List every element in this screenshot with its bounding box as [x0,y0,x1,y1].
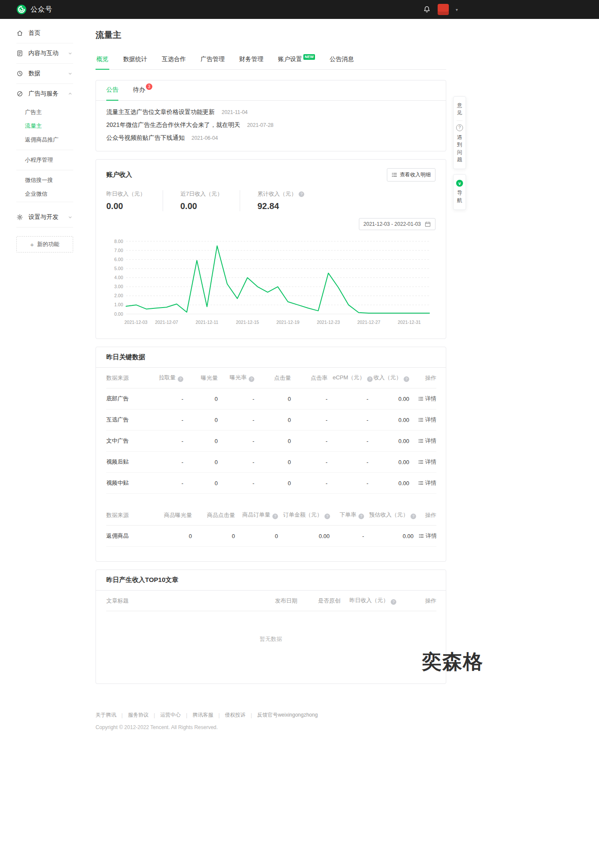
svg-text:2021-12-07: 2021-12-07 [155,320,178,325]
cell-value: - [149,388,186,409]
column-header: 点击量 [257,368,293,388]
detail-link[interactable]: 详情 [419,532,437,540]
feedback-button[interactable]: 意见 [457,101,463,118]
stat-value: 0.00 [180,201,222,211]
help-icon[interactable]: ? [299,191,304,197]
tab-mutual-selection[interactable]: 互选合作 [161,51,187,69]
svg-text:8.00: 8.00 [114,239,124,244]
tab-account-settings[interactable]: 账户设置NEW [277,51,316,69]
footer-link[interactable]: 服务协议 [128,711,148,719]
announcement-date: 2021-07-28 [247,122,273,128]
new-feature-button[interactable]: + 新的功能 [16,236,73,252]
detail-link[interactable]: 详情 [418,437,436,445]
sidebar-item-home[interactable]: 首页 [0,23,79,43]
column-header: 发布日期 [255,591,300,611]
detail-link[interactable]: 详情 [418,395,436,403]
help-icon[interactable]: ? [358,514,364,519]
feedback-label: 意见 [457,102,463,117]
top10-table: 文章标题发布日期是否原创昨日收入（元）?操作 [106,591,436,611]
announcement-item[interactable]: 2021年微信广告生态合作伙伴大会来了，就在明天 2021-07-28 [106,119,435,132]
row-label: 视频中贴 [106,473,149,494]
brand-label: 公众号 [31,5,52,14]
footer-link[interactable]: 运营中心 [160,711,181,719]
avatar[interactable] [438,4,449,15]
notification-bell-icon[interactable] [423,6,431,13]
help-icon[interactable]: ? [249,376,254,382]
sidebar-subitem-traffic-owner[interactable]: 流量主 [0,119,79,133]
announcement-item[interactable]: 公众号视频前贴广告下线通知 2021-06-04 [106,132,435,145]
svg-text:2021-12-11: 2021-12-11 [196,320,219,325]
tab-announcement[interactable]: 公告 [106,80,118,101]
column-header: 预估收入（元）? [367,505,416,526]
row-label: 互选广告 [106,409,149,431]
footer-link[interactable]: 侵权投诉 [225,711,246,719]
question-icon: ? [456,124,463,131]
page-title: 流量主 [96,29,446,41]
card-title: 昨日关键数据 [96,347,446,368]
sidebar-item-content-interaction[interactable]: 内容与互动 [0,43,79,63]
cell-value: - [220,473,257,494]
button-label: 查看收入明细 [400,171,431,179]
footer-link[interactable]: 关于腾讯 [96,711,116,719]
sidebar-subitem-wecom[interactable]: 企业微信 [0,187,79,201]
help-icon[interactable]: ? [367,376,373,382]
row-actions: 详情 [412,452,436,473]
divider [457,120,463,121]
tab-overview[interactable]: 概览 [96,51,109,70]
table-header-row: 数据来源拉取量?曝光量曝光率?点击量点击率eCPM（元）?收入（元）?操作 [106,368,436,388]
tab-data-statistics[interactable]: 数据统计 [122,51,148,69]
sidebar-subitem-miniprogram[interactable]: 小程序管理 [0,153,79,167]
sidebar-subitem-rebate-goods[interactable]: 返佣商品推广 [0,133,79,147]
cell-value: 0.00 [371,409,412,431]
cell-value: 0.00 [371,452,412,473]
footer-link[interactable]: 腾讯客服 [192,711,213,719]
date-range-value: 2021-12-03 - 2022-01-03 [364,221,421,227]
plus-icon: + [30,241,34,248]
sidebar-subitem-search[interactable]: 微信搜一搜 [0,173,79,187]
cell-value: 0 [149,526,195,547]
date-range-picker[interactable]: 2021-12-03 - 2022-01-03 [359,218,435,230]
tab-announcements[interactable]: 公告消息 [329,51,355,69]
stat-label: 近7日收入（元） [180,190,222,198]
announcement-item[interactable]: 流量主互选广告位文章价格设置功能更新 2021-11-04 [106,106,435,119]
svg-text:2021-12-03: 2021-12-03 [124,320,148,325]
chevron-down-icon[interactable]: ▾ [456,7,458,12]
help-icon[interactable]: ? [411,514,416,519]
detail-link[interactable]: 详情 [418,458,436,466]
help-icon[interactable]: ? [178,376,183,382]
help-icon[interactable]: ? [391,599,396,605]
column-header: 数据来源 [106,368,149,388]
footer-link[interactable]: 反馈官号weixingongzhong [257,711,318,719]
sidebar-subitem-advertiser[interactable]: 广告主 [0,105,79,119]
sidebar-item-settings-dev[interactable]: 设置与开发 [0,207,79,227]
column-header: 收入（元）? [371,368,412,388]
home-icon [16,30,23,37]
help-icon[interactable]: ? [324,514,330,519]
tab-todo[interactable]: 待办3 [133,80,152,100]
help-icon[interactable]: ? [404,376,409,382]
svg-text:2021-12-19: 2021-12-19 [276,320,300,325]
income-trend-chart: 0.001.002.003.004.005.006.007.008.002021… [106,235,435,329]
main-content: 流量主 概览 数据统计 互选合作 广告管理 财务管理 账户设置NEW 公告消息 … [79,19,599,868]
detail-link[interactable]: 详情 [418,416,436,424]
announcement-date: 2021-11-04 [222,109,248,115]
sidebar-item-ads-services[interactable]: 广告与服务 [0,84,79,104]
page-tabs: 概览 数据统计 互选合作 广告管理 财务管理 账户设置NEW 公告消息 [96,51,446,70]
cell-value: 0 [186,409,220,431]
question-button[interactable]: ? 遇到问题 [456,123,463,165]
calendar-icon [425,221,431,227]
cell-value: - [149,452,186,473]
help-icon[interactable]: ? [272,514,278,519]
column-header: 操作 [412,368,436,388]
column-header: 操作 [416,505,436,526]
brand[interactable]: 公众号 [16,4,52,15]
tab-finance-management[interactable]: 财务管理 [238,51,264,69]
detail-link[interactable]: 详情 [418,479,436,487]
navigation-button[interactable]: v 导航 [456,179,463,206]
tab-ad-management[interactable]: 广告管理 [200,51,225,69]
sidebar-item-data[interactable]: 数据 [0,64,79,83]
view-income-detail-button[interactable]: 查看收入明细 [387,168,435,182]
cell-value: 0 [186,473,220,494]
cell-value: - [330,388,371,409]
cell-value: - [293,388,330,409]
